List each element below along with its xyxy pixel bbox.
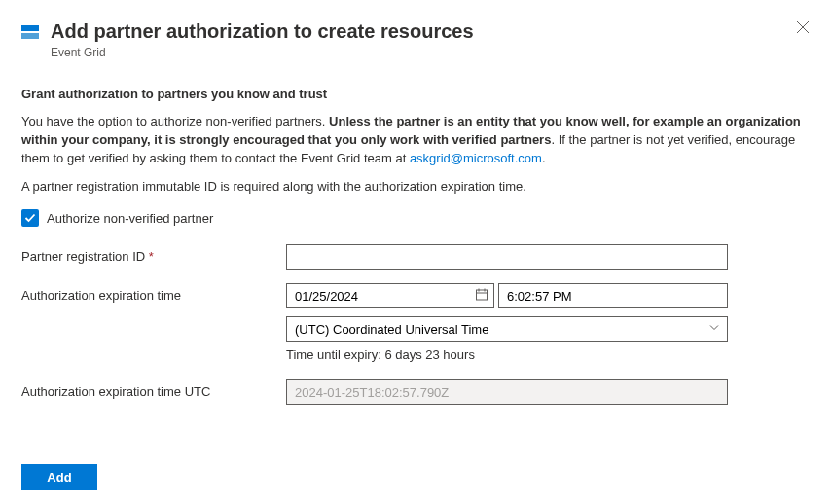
time-until-expiry: Time until expiry: 6 days 23 hours xyxy=(286,347,728,362)
contact-email-link[interactable]: askgrid@microsoft.com xyxy=(410,151,542,165)
svg-rect-0 xyxy=(21,25,39,31)
expiration-utc-label: Authorization expiration time UTC xyxy=(21,379,286,399)
authorize-checkbox-row: Authorize non-verified partner xyxy=(21,209,811,227)
panel-title: Add partner authorization to create reso… xyxy=(51,18,811,45)
description-tail: . xyxy=(542,151,546,165)
partner-id-label-text: Partner registration ID xyxy=(21,249,145,264)
panel-content: Grant authorization to partners you know… xyxy=(0,59,832,405)
section-heading: Grant authorization to partners you know… xyxy=(21,87,811,101)
panel-subtitle: Event Grid xyxy=(51,46,811,59)
authorize-checkbox-label: Authorize non-verified partner xyxy=(47,211,213,226)
authorize-checkbox[interactable] xyxy=(21,209,39,227)
checkmark-icon xyxy=(23,211,37,225)
add-button[interactable]: Add xyxy=(21,464,97,490)
required-indicator: * xyxy=(149,249,154,264)
panel-header: Add partner authorization to create reso… xyxy=(0,0,832,59)
panel-footer: Add xyxy=(0,450,832,504)
expiration-label: Authorization expiration time xyxy=(21,283,286,303)
description-note: A partner registration immutable ID is r… xyxy=(21,178,811,197)
description-pre: You have the option to authorize non-ver… xyxy=(21,114,329,128)
timezone-select[interactable]: (UTC) Coordinated Universal Time xyxy=(286,316,728,342)
partner-id-input[interactable] xyxy=(286,244,728,270)
close-button[interactable] xyxy=(793,18,813,37)
expiration-time-input[interactable] xyxy=(498,283,728,308)
event-grid-icon xyxy=(21,23,39,41)
description-text: You have the option to authorize non-ver… xyxy=(21,113,811,168)
svg-rect-1 xyxy=(21,33,39,39)
expiration-utc-row: Authorization expiration time UTC xyxy=(21,379,811,405)
partner-id-label: Partner registration ID * xyxy=(21,244,286,264)
expiration-row: Authorization expiration time xyxy=(21,283,811,362)
expiration-utc-input xyxy=(286,379,728,405)
expiration-date-input[interactable] xyxy=(286,283,494,308)
partner-id-row: Partner registration ID * xyxy=(21,244,811,270)
close-icon xyxy=(796,20,810,34)
